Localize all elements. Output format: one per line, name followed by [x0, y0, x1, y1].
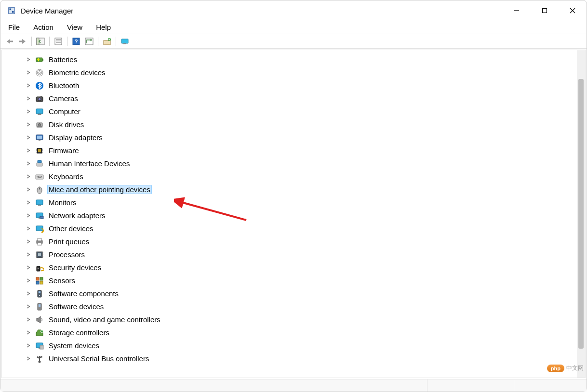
show-hide-console-button[interactable]	[34, 36, 47, 47]
window-title: Device Manager	[21, 7, 503, 15]
menu-view[interactable]: View	[60, 21, 89, 33]
watermark-text: 中文网	[566, 364, 584, 372]
expander-icon[interactable]	[25, 161, 31, 167]
svg-rect-22	[121, 39, 128, 43]
expander-icon[interactable]	[25, 239, 31, 245]
status-cell	[514, 379, 587, 392]
printer-icon	[35, 237, 44, 247]
menu-file[interactable]: File	[1, 21, 27, 33]
tree-item-swcomp[interactable]: Software components	[2, 287, 577, 300]
expander-icon[interactable]	[25, 109, 31, 115]
tree-item-hid[interactable]: Human Interface Devices	[2, 157, 577, 170]
tree-item-label: Processors	[47, 250, 86, 259]
tree-item-diskdrives[interactable]: Disk drives	[2, 118, 577, 131]
tree-item-label: Universal Serial Bus controllers	[47, 354, 150, 363]
svg-rect-11	[55, 38, 62, 45]
expander-icon[interactable]	[25, 96, 31, 102]
lock-icon	[35, 263, 44, 273]
tree-item-print[interactable]: Print queues	[2, 235, 577, 248]
tree-item-firmware[interactable]: Firmware	[2, 144, 577, 157]
toolbar-separator	[49, 37, 50, 46]
window-controls	[503, 0, 587, 21]
scan-hardware-button[interactable]	[83, 36, 95, 47]
tree-item-label: Cameras	[47, 94, 80, 103]
tree-item-batteries[interactable]: Batteries	[2, 53, 577, 66]
tree-item-label: Software components	[47, 289, 120, 298]
expander-icon[interactable]	[25, 70, 31, 76]
tree-item-cameras[interactable]: Cameras	[2, 92, 577, 105]
expander-icon[interactable]	[25, 83, 31, 89]
add-driver-button[interactable]	[101, 36, 113, 47]
toolbar-separator	[98, 37, 98, 46]
maximize-button[interactable]	[531, 0, 559, 21]
network-icon	[35, 211, 44, 221]
expander-icon[interactable]	[25, 213, 31, 219]
expander-icon[interactable]	[25, 200, 31, 206]
toolbar-separator	[31, 37, 32, 46]
tree-item-display[interactable]: Display adapters	[2, 131, 577, 144]
tree-item-label: Storage controllers	[47, 328, 111, 337]
expander-icon[interactable]	[25, 291, 31, 297]
tree-item-processors[interactable]: Processors	[2, 248, 577, 261]
scrollbar-thumb[interactable]	[578, 79, 584, 349]
tree-item-security[interactable]: Security devices	[2, 261, 577, 274]
status-cell	[427, 379, 514, 392]
tree-item-monitors[interactable]: Monitors	[2, 196, 577, 209]
fingerprint-icon	[35, 68, 44, 78]
tree-item-label: System devices	[47, 341, 101, 350]
devices-by-type-button[interactable]	[119, 36, 131, 47]
expander-icon[interactable]	[25, 187, 31, 193]
expander-icon[interactable]	[25, 174, 31, 180]
menu-help[interactable]: Help	[89, 21, 118, 33]
expander-icon[interactable]	[25, 278, 31, 284]
expander-icon[interactable]	[25, 135, 31, 141]
tree-item-keyboards[interactable]: Keyboards	[2, 170, 577, 183]
expander-icon[interactable]	[25, 148, 31, 154]
swcomp-icon	[35, 289, 44, 299]
expander-icon[interactable]	[25, 304, 31, 310]
tree-item-usb[interactable]: Universal Serial Bus controllers	[2, 352, 577, 365]
properties-button[interactable]	[52, 36, 65, 47]
back-button[interactable]	[3, 36, 16, 47]
tree-item-biometric[interactable]: Biometric devices	[2, 66, 577, 79]
tree-item-swdev[interactable]: Software devices	[2, 300, 577, 313]
expander-icon[interactable]	[25, 226, 31, 232]
tree-item-mice[interactable]: Mice and other pointing devices	[2, 183, 577, 196]
tree-item-label: Biometric devices	[47, 68, 107, 77]
tree-item-system[interactable]: System devices	[2, 339, 577, 352]
tree-item-storage[interactable]: Storage controllers	[2, 326, 577, 339]
status-cell	[0, 379, 427, 392]
expander-icon[interactable]	[25, 57, 31, 63]
menu-action[interactable]: Action	[27, 21, 60, 33]
keyboard-icon	[35, 172, 44, 182]
svg-rect-2	[12, 11, 14, 13]
tree-item-network[interactable]: Network adapters	[2, 209, 577, 222]
expander-icon[interactable]	[25, 265, 31, 271]
watermark-badge: php	[547, 365, 564, 372]
forward-button[interactable]	[16, 36, 29, 47]
tree-item-sound[interactable]: Sound, video and game controllers	[2, 313, 577, 326]
expander-icon[interactable]	[25, 330, 31, 336]
tree-item-bluetooth[interactable]: Bluetooth	[2, 79, 577, 92]
cpu-icon	[35, 250, 44, 260]
expander-icon[interactable]	[25, 343, 31, 349]
expander-icon[interactable]	[25, 122, 31, 128]
help-button[interactable]: ?	[70, 36, 82, 47]
menubar: File Action View Help	[0, 21, 587, 34]
tree-item-other[interactable]: Other devices	[2, 222, 577, 235]
expander-icon[interactable]	[25, 252, 31, 258]
expander-icon[interactable]	[25, 317, 31, 323]
tree-item-computer[interactable]: Computer	[2, 105, 577, 118]
storage-icon	[35, 328, 44, 338]
swdev-icon	[35, 302, 44, 312]
scrollbar-track[interactable]	[577, 50, 585, 378]
tree-item-sensors[interactable]: Sensors	[2, 274, 577, 287]
device-tree[interactable]: BatteriesBiometric devicesBluetoothCamer…	[2, 50, 577, 378]
camera-icon	[35, 94, 44, 104]
minimize-button[interactable]	[503, 0, 531, 21]
expander-icon[interactable]	[25, 356, 31, 362]
close-button[interactable]	[559, 0, 587, 21]
tree-item-label: Sensors	[47, 276, 77, 285]
content-pane: BatteriesBiometric devicesBluetoothCamer…	[1, 50, 586, 378]
usb-icon	[35, 354, 44, 364]
